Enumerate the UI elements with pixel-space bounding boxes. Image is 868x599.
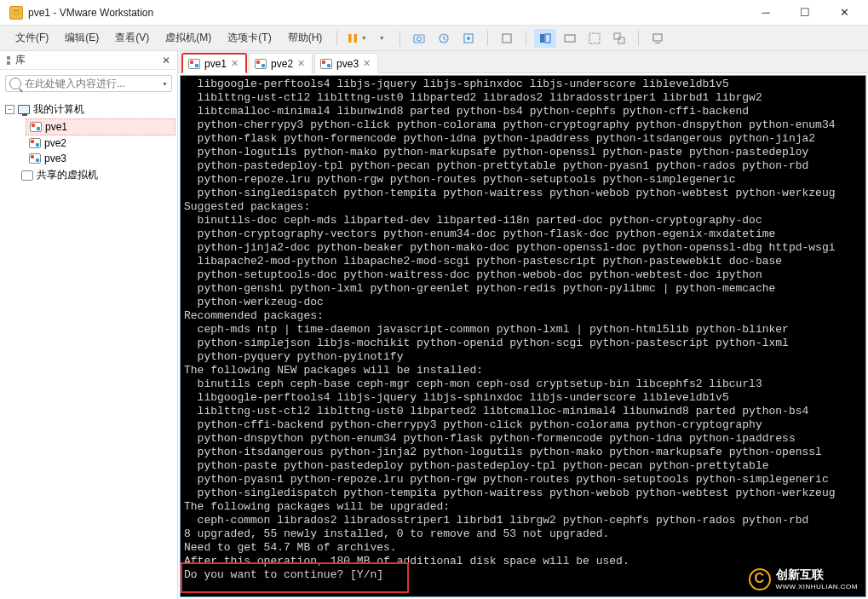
snapshot-manager-button[interactable]	[457, 29, 480, 48]
tree-label: 共享的虚拟机	[37, 168, 98, 182]
menu-view[interactable]: 查看(V)	[108, 27, 156, 49]
tab-pve1[interactable]: pve1 ✕	[181, 53, 247, 73]
vm-icon	[255, 59, 267, 69]
vm-icon	[320, 59, 332, 69]
svg-rect-9	[545, 34, 550, 43]
watermark-logo-icon	[749, 568, 771, 590]
tree-label: pve2	[44, 137, 66, 149]
sidebar-grip[interactable]	[7, 56, 10, 60]
tree-label: 我的计算机	[33, 102, 84, 117]
watermark-url: WWW.XINHULIAN.COM	[776, 583, 859, 590]
titlebar: □ pve1 - VMware Workstation ─ ☐ ✕	[0, 0, 868, 26]
menu-help[interactable]: 帮助(H)	[281, 27, 330, 49]
menu-tabs[interactable]: 选项卡(T)	[221, 27, 278, 49]
search-dropdown-icon[interactable]: ▼	[162, 81, 168, 87]
stop-dropdown[interactable]: ▼	[370, 29, 392, 48]
fullscreen-button[interactable]	[496, 29, 518, 48]
search-input[interactable]	[25, 78, 160, 89]
shared-vm-icon	[21, 170, 33, 181]
tree-label: pve1	[45, 121, 67, 133]
watermark: 创新互联 WWW.XINHULIAN.COM	[749, 567, 859, 590]
stretch-button[interactable]	[583, 29, 606, 48]
computer-icon	[18, 105, 30, 114]
library-sidebar: 库 ✕ ▼ − 我的计算机 pve1 pve2	[0, 51, 178, 599]
separator	[638, 31, 639, 46]
minimize-button[interactable]: ─	[746, 0, 785, 26]
vm-icon	[188, 59, 200, 69]
vm-icon	[30, 122, 42, 132]
window-title: pve1 - VMware Workstation	[28, 7, 746, 19]
thumbnail-button[interactable]	[559, 29, 581, 48]
tab-close-button[interactable]: ✕	[363, 58, 371, 69]
svg-rect-7	[503, 34, 511, 43]
tab-bar: pve1 ✕ pve2 ✕ pve3 ✕	[178, 51, 868, 73]
vm-tree: − 我的计算机 pve1 pve2 pve3 共享的虚拟机	[0, 97, 177, 187]
maximize-button[interactable]: ☐	[785, 0, 825, 26]
svg-point-6	[467, 37, 470, 40]
console-view-button[interactable]	[647, 29, 669, 48]
svg-rect-2	[414, 35, 424, 43]
vm-icon	[29, 138, 41, 148]
watermark-text: 创新互联	[776, 567, 859, 583]
tree-node-pve1[interactable]: pve1	[26, 118, 175, 135]
sidebar-close-button[interactable]: ✕	[162, 55, 170, 66]
svg-rect-0	[348, 34, 352, 43]
svg-rect-14	[653, 34, 662, 41]
svg-rect-1	[354, 34, 357, 43]
menu-edit[interactable]: 编辑(E)	[58, 27, 106, 49]
app-icon: □	[9, 6, 23, 20]
sidebar-title: 库	[15, 53, 162, 67]
snapshot-revert-button[interactable]	[433, 29, 455, 48]
menu-vm[interactable]: 虚拟机(M)	[158, 27, 218, 49]
svg-point-3	[417, 37, 422, 41]
tree-toggle[interactable]: −	[5, 105, 14, 114]
tree-node-pve2[interactable]: pve2	[26, 135, 175, 151]
separator	[487, 31, 488, 46]
tab-label: pve3	[336, 58, 359, 70]
svg-rect-10	[565, 35, 575, 42]
unity-button[interactable]	[534, 29, 556, 48]
tab-close-button[interactable]: ✕	[297, 58, 305, 69]
vm-icon	[29, 153, 41, 164]
cycle-button[interactable]	[608, 29, 630, 48]
tab-close-button[interactable]: ✕	[231, 58, 239, 69]
search-box[interactable]: ▼	[5, 75, 172, 92]
snapshot-button[interactable]	[408, 29, 430, 48]
svg-rect-13	[618, 37, 624, 43]
separator	[526, 31, 526, 46]
content-area: pve1 ✕ pve2 ✕ pve3 ✕ libgoogle-perftools…	[178, 51, 868, 599]
svg-rect-8	[540, 34, 544, 43]
tree-node-pve3[interactable]: pve3	[26, 151, 175, 166]
separator	[400, 31, 400, 46]
menubar: 文件(F) 编辑(E) 查看(V) 虚拟机(M) 选项卡(T) 帮助(H) ▼ …	[0, 26, 868, 51]
svg-rect-11	[589, 33, 600, 43]
svg-rect-12	[614, 33, 620, 39]
separator	[336, 31, 337, 46]
tab-pve2[interactable]: pve2 ✕	[249, 53, 313, 73]
tab-label: pve2	[271, 58, 293, 70]
search-icon	[9, 78, 21, 89]
tree-node-my-computer[interactable]: − 我的计算机	[2, 101, 175, 118]
menu-file[interactable]: 文件(F)	[9, 27, 55, 49]
vm-console[interactable]: libgoogle-perftools4 libjs-jquery libjs-…	[180, 75, 866, 597]
svg-rect-15	[655, 43, 660, 43]
tree-label: pve3	[44, 153, 66, 164]
pause-button[interactable]: ▼	[345, 29, 367, 48]
tree-node-shared[interactable]: 共享的虚拟机	[2, 166, 175, 184]
close-button[interactable]: ✕	[825, 0, 864, 26]
tab-label: pve1	[204, 58, 227, 70]
tab-pve3[interactable]: pve3 ✕	[314, 53, 378, 73]
